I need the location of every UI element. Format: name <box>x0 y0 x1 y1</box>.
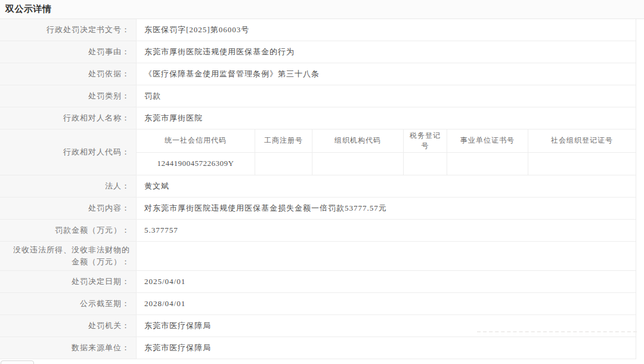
field-label: 法人： <box>0 175 137 197</box>
cell-unified-social-credit-code: 12441900457226309Y <box>137 153 255 175</box>
field-value: 东莞市医疗保障局 <box>137 315 636 337</box>
cell-tax-registration-number <box>404 153 447 175</box>
field-label: 数据来源单位： <box>0 337 137 359</box>
field-label: 处罚决定日期： <box>0 271 137 292</box>
faint-watermark-line <box>477 331 637 332</box>
page-header: 双公示详情 <box>0 0 644 19</box>
col-header-public-institution-cert-number: 事业单位证书号 <box>447 129 528 152</box>
row-penalty-authority: 处罚机关： 东莞市医疗保障局 <box>0 315 636 337</box>
field-label: 行政处罚决定书文号： <box>0 19 137 41</box>
row-data-source-unit: 数据来源单位： 东莞市医疗保障局 <box>0 337 636 359</box>
field-value: 东医保罚字[2025]第06003号 <box>137 19 636 41</box>
code-table-value-row: 12441900457226309Y <box>137 153 636 175</box>
cell-public-institution-cert-number <box>447 153 528 175</box>
page-title: 双公示详情 <box>5 4 52 15</box>
field-label: 没收违法所得、没收非法财物的 金额（万元）： <box>0 242 137 270</box>
back-button[interactable] <box>1 360 34 364</box>
field-label: 处罚事由： <box>0 41 137 63</box>
field-label: 处罚机关： <box>0 315 137 337</box>
col-header-business-registration-number: 工商注册号 <box>255 129 312 152</box>
row-penalty-basis: 处罚依据： 《医疗保障基金使用监督管理条例》第三十八条 <box>0 63 636 85</box>
field-value: 东莞市厚街医院 <box>137 107 636 129</box>
field-label: 公示截至期： <box>0 293 137 314</box>
field-label: 处罚内容： <box>0 198 137 219</box>
cell-business-registration-number <box>255 153 312 175</box>
cell-organization-code <box>312 153 404 175</box>
cell-social-org-registration-number <box>528 153 636 175</box>
field-value <box>137 242 636 270</box>
row-decision-date: 处罚决定日期： 2025/04/01 <box>0 271 636 293</box>
row-penalty-content: 处罚内容： 对东莞市厚街医院违规使用医保基金损失金额一倍罚款53777.57元 <box>0 198 636 220</box>
col-header-social-org-registration-number: 社会组织登记证号 <box>528 129 636 152</box>
col-header-organization-code: 组织机构代码 <box>312 129 404 152</box>
col-header-unified-social-credit-code: 统一社会信用代码 <box>137 129 255 152</box>
field-value: 2025/04/01 <box>137 271 636 292</box>
row-penalty-reason: 处罚事由： 东莞市厚街医院违规使用医保基金的行为 <box>0 41 636 63</box>
field-value: 2028/04/01 <box>137 293 636 314</box>
row-penalty-type: 处罚类别： 罚款 <box>0 85 636 107</box>
row-confiscation-amount: 没收违法所得、没收非法财物的 金额（万元）： <box>0 242 636 271</box>
col-header-tax-registration-number: 税务登记号 <box>404 129 447 152</box>
row-publicity-deadline: 公示截至期： 2028/04/01 <box>0 293 636 315</box>
row-legal-representative: 法人： 黄文斌 <box>0 175 636 198</box>
row-counterpart-codes: 行政相对人代码： 统一社会信用代码 工商注册号 组织机构代码 税务登记号 事业单… <box>0 129 636 175</box>
row-decision-doc-number: 行政处罚决定书文号： 东医保罚字[2025]第06003号 <box>0 19 636 41</box>
field-value: 东莞市医疗保障局 <box>137 337 636 359</box>
field-value: 东莞市厚街医院违规使用医保基金的行为 <box>137 41 636 63</box>
field-value: 黄文斌 <box>137 175 636 197</box>
code-table-cell: 统一社会信用代码 工商注册号 组织机构代码 税务登记号 事业单位证书号 社会组织… <box>137 129 636 175</box>
field-value: 罚款 <box>137 85 636 107</box>
field-value: 对东莞市厚街医院违规使用医保基金损失金额一倍罚款53777.57元 <box>137 198 636 219</box>
row-fine-amount: 罚款金额（万元）： 5.377757 <box>0 220 636 242</box>
row-counterpart-name: 行政相对人名称： 东莞市厚街医院 <box>0 107 636 129</box>
field-value: 《医疗保障基金使用监督管理条例》第三十八条 <box>137 63 636 85</box>
field-label: 行政相对人名称： <box>0 107 137 129</box>
code-table-header-row: 统一社会信用代码 工商注册号 组织机构代码 税务登记号 事业单位证书号 社会组织… <box>137 129 636 153</box>
field-label: 处罚依据： <box>0 63 137 85</box>
counterpart-code-table: 统一社会信用代码 工商注册号 组织机构代码 税务登记号 事业单位证书号 社会组织… <box>137 129 636 175</box>
field-label: 处罚类别： <box>0 85 137 107</box>
field-label: 罚款金额（万元）： <box>0 220 137 241</box>
field-label: 行政相对人代码： <box>0 129 137 175</box>
field-value: 5.377757 <box>137 220 636 241</box>
penalty-detail-table: 行政处罚决定书文号： 东医保罚字[2025]第06003号 处罚事由： 东莞市厚… <box>0 19 636 359</box>
